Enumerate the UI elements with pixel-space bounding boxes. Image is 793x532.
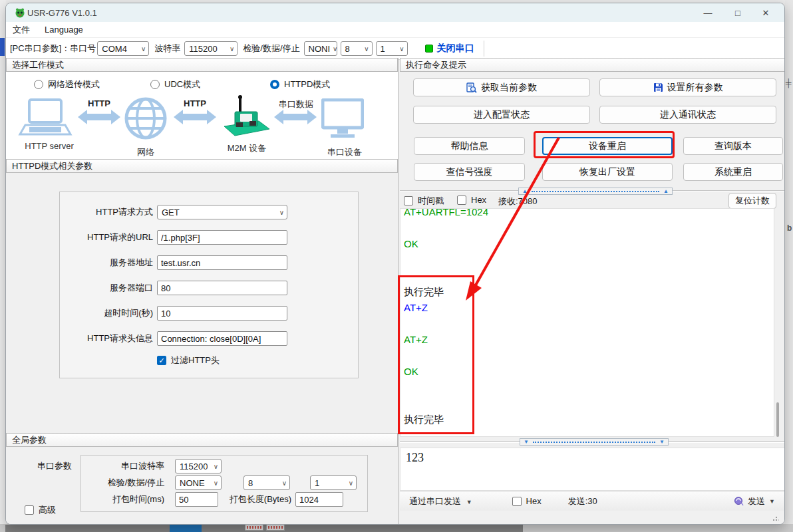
global-stopbits-select[interactable]: 1∨: [310, 475, 357, 490]
timeout-input[interactable]: [157, 306, 287, 321]
toolbar-separator: [484, 41, 484, 57]
title-bar[interactable]: USR-G776 V1.0.1 — □ ✕: [6, 3, 784, 22]
background-window-tab: [245, 524, 263, 531]
log-line: [404, 220, 488, 236]
send-splitter[interactable]: ▼ ▼: [400, 438, 785, 446]
get-params-button[interactable]: 获取当前参数: [413, 78, 590, 96]
log-line: OK: [404, 236, 488, 252]
chevron-down-icon: ▼: [769, 498, 775, 505]
serial-params-label: 串口参数: [37, 460, 72, 472]
receive-log-area[interactable]: AT+UARTFL=1024 OK 执行完毕 AT+Z AT+Z OK 执行完毕: [400, 208, 774, 437]
radio-selected-icon: [270, 80, 279, 89]
laptop-icon: [17, 98, 74, 137]
chevron-down-icon: ▼: [466, 499, 472, 505]
log-line: [404, 316, 488, 332]
link-label-http2: HTTP: [176, 98, 214, 108]
menu-file[interactable]: 文件: [13, 24, 30, 36]
signal-strength-button[interactable]: 查信号强度: [414, 163, 525, 181]
global-baud-select[interactable]: 115200∨: [175, 459, 222, 473]
system-restart-button[interactable]: 系统重启: [683, 163, 783, 181]
http-method-select[interactable]: GET∨: [157, 205, 287, 219]
send-text-value: 123: [406, 451, 785, 465]
global-parity-label: 检验/数据/停止: [81, 477, 164, 489]
stopbits-select[interactable]: 1∨: [376, 41, 408, 56]
server-address-label: 服务器地址: [60, 257, 153, 269]
pack-time-input[interactable]: [175, 492, 218, 507]
background-glyph: ╪: [786, 78, 792, 88]
filter-http-checkbox-row[interactable]: ✓ 过滤HTTP头: [157, 354, 220, 366]
server-port-input[interactable]: [157, 281, 287, 295]
splitter-handle[interactable]: ▼ ▼: [520, 438, 669, 446]
set-params-button[interactable]: 设置所有参数: [599, 78, 776, 96]
close-port-button[interactable]: 关闭串口: [437, 43, 474, 55]
global-databits-select[interactable]: 8∨: [243, 475, 290, 490]
databits-select[interactable]: 8∨: [341, 41, 373, 56]
log-scrollbar-thumb[interactable]: [776, 402, 779, 437]
background-window-right: ╪ b: [785, 0, 793, 532]
baud-label: 波特率: [154, 43, 180, 55]
send-via-serial-dropdown[interactable]: 通过串口发送 ▼: [409, 495, 472, 507]
timestamp-label: 时间戳: [418, 195, 444, 207]
http-header-input[interactable]: [157, 331, 287, 346]
monitor-icon: [321, 98, 364, 138]
background-glyph-b: b: [787, 223, 792, 233]
radio-udc-mode[interactable]: UDC模式: [150, 78, 200, 90]
recv-hex-checkbox-row[interactable]: Hex: [457, 195, 486, 205]
send-hex-label: Hex: [526, 496, 542, 506]
log-line: [404, 348, 488, 364]
chevron-down-icon: ∨: [399, 45, 404, 53]
sent-count: 发送:30: [568, 495, 597, 507]
global-params-header: 全局参数: [6, 433, 398, 447]
checkbox-checked-icon: ✓: [157, 356, 166, 365]
send-hex-checkbox-row[interactable]: Hex: [512, 496, 542, 506]
splitter-handle[interactable]: ▲ ▲: [518, 188, 673, 195]
log-line: 执行完毕: [404, 284, 488, 300]
minimize-button[interactable]: —: [695, 3, 721, 22]
reset-count-button[interactable]: 复位计数: [728, 193, 776, 209]
http-url-label: HTTP请求的URL: [60, 231, 153, 243]
parity-select[interactable]: NONI∨: [304, 41, 337, 56]
server-address-input[interactable]: [157, 255, 287, 270]
global-params-area: 串口参数 串口波特率 115200∨ 检验/数据/停止 NONE∨ 8∨ 1∨: [6, 447, 398, 525]
menu-language[interactable]: Language: [45, 25, 83, 35]
advanced-label: 高级: [39, 504, 56, 516]
query-version-button[interactable]: 查询版本: [683, 137, 783, 155]
http-header-label: HTTP请求头信息: [60, 332, 153, 344]
chevron-down-icon: ∨: [349, 479, 353, 487]
link-label-http1: HTTP: [80, 98, 118, 108]
http-url-input[interactable]: [157, 230, 287, 245]
send-bar: 通过串口发送 ▼ Hex 发送:30 发送 ▼: [400, 491, 785, 511]
node-label-network: 网络: [126, 146, 166, 158]
chevron-down-icon: ∨: [279, 209, 284, 216]
resize-grip-icon[interactable]: [772, 515, 779, 521]
splitter-dots: [533, 442, 655, 443]
advanced-checkbox-row[interactable]: 高级: [25, 504, 56, 516]
baud-select[interactable]: 115200∨: [184, 41, 238, 56]
com-port-select[interactable]: COM4∨: [97, 41, 149, 56]
factory-reset-button[interactable]: 恢复出厂设置: [542, 163, 673, 181]
global-parity-select[interactable]: NONE∨: [175, 475, 222, 490]
enter-config-button[interactable]: 进入配置状态: [413, 106, 590, 124]
save-icon: [653, 82, 663, 92]
log-splitter[interactable]: ▲ ▲: [400, 188, 785, 195]
timestamp-checkbox-row[interactable]: 时间戳: [404, 195, 444, 207]
device-restart-button[interactable]: 设备重启: [542, 137, 673, 155]
send-button[interactable]: 发送 ▼: [734, 495, 775, 507]
serial-toolbar: [PC串口参数]：串口号 COM4∨ 波特率 115200∨ 检验/数据/停止 …: [6, 38, 784, 60]
send-text-area[interactable]: 123: [400, 448, 785, 491]
close-button[interactable]: ✕: [752, 3, 779, 22]
enter-comm-button[interactable]: 进入通讯状态: [599, 106, 776, 124]
status-strip: [400, 511, 785, 525]
triangle-up-icon: ▲: [522, 189, 528, 194]
pack-len-input[interactable]: [295, 492, 343, 507]
checkbox-unchecked-icon: [512, 497, 522, 506]
background-blue-fragment: [0, 38, 5, 56]
log-line: [404, 268, 488, 284]
recv-count: 接收:7080: [498, 196, 538, 207]
radio-icon: [34, 80, 43, 89]
global-form-box: 串口波特率 115200∨ 检验/数据/停止 NONE∨ 8∨ 1∨ 打包时间(…: [80, 455, 368, 512]
radio-transparent-mode[interactable]: 网络透传模式: [34, 78, 100, 90]
help-info-button[interactable]: 帮助信息: [414, 137, 525, 155]
radio-httpd-mode[interactable]: HTTPD模式: [270, 78, 330, 90]
maximize-button[interactable]: □: [724, 3, 751, 22]
